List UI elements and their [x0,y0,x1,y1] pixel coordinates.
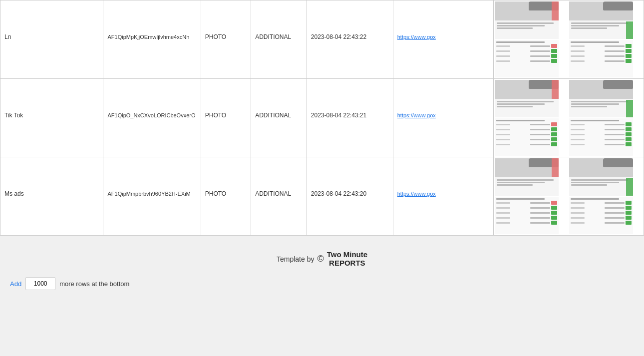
trow-val [605,139,625,140]
thumb-line [571,182,619,183]
url-tiktok[interactable]: https://www.gox [397,112,436,118]
category-tiktok: ADDITIONAL [255,112,291,119]
cell-name-msads: Ms ads [0,157,103,236]
trow-val [605,45,625,47]
cell-timestamp-msads: 2023-08-04 22:43:20 [307,157,393,236]
bar-red [552,80,559,99]
thumb-bottom-left-ln [495,40,559,77]
thumb-line [497,25,545,26]
thumb-bl-msads [495,197,559,234]
thumb-rows [496,44,557,63]
trow-bar-green [626,54,632,58]
trow-bar-green [551,221,557,225]
trow-bar-green [551,211,557,215]
data-table: Ln AF1QipMpKjjOEmwIjlvhme4xcNh PHOTO ADD… [0,0,644,236]
thumb-row [571,49,632,53]
thumb-data-msads [495,197,559,226]
thumb-line [571,106,607,107]
trow-val [530,139,550,140]
trow-val [605,55,625,57]
trow-val [605,222,625,224]
trow-bar-green [626,221,632,225]
trow-val [530,222,550,224]
thumb-br-tiktok [569,118,633,156]
thumb-table-area [495,99,559,117]
thumb-line [571,41,620,43]
thumb-line [497,106,533,107]
thumb-line [497,103,545,105]
brand-line2: REPORTS [327,259,367,268]
url-ln[interactable]: https://www.gox [397,34,436,40]
car-shape [603,158,633,167]
type-msads: PHOTO [205,190,226,197]
thumb-row [496,221,557,225]
trow-bar-green [626,211,632,215]
thumb-line [571,198,620,200]
trow-bar-red [551,201,557,205]
cell-timestamp-tiktok: 2023-08-04 22:43:21 [307,79,393,157]
thumb-car-area [495,158,559,177]
cell-url-msads[interactable]: https://www.gox [393,157,493,236]
trow-label [571,50,585,52]
thumb-line [497,22,554,24]
thumb-row [496,54,557,58]
trow-bar-green [551,54,557,58]
add-rows-section: Add more rows at the bottom [0,277,129,295]
add-rows-link[interactable]: Add [10,280,21,288]
trow-bar-green [551,137,557,141]
type-ln: PHOTO [205,33,226,40]
rows-count-input[interactable] [25,277,55,290]
thumb-br-msads [569,197,633,234]
trow-label [571,222,585,224]
thumb-row [496,132,557,136]
trow-bar-green [626,122,632,126]
trow-label [571,207,585,209]
thumb-lines [497,22,557,29]
thumb-rows [571,122,632,146]
row-name-msads: Ms ads [4,190,24,197]
trow-label [571,45,585,47]
trow-bar-green [626,201,632,205]
trow-val [605,124,625,125]
timestamp-ln: 2023-08-04 22:43:22 [311,33,366,40]
cell-type-tiktok: PHOTO [201,79,251,157]
cell-url-ln[interactable]: https://www.gox [393,0,493,79]
cell-fileid-tiktok: AF1QipO_NxCXvoLORICbeOvxerO [103,79,201,157]
brand-logo: Two Minute REPORTS [327,251,367,267]
thumb-line [497,101,554,102]
thumb-tl-msads [495,158,559,196]
thumb-top-right-ln [569,1,633,39]
file-id-ln: AF1QipMpKjjOEmwIjlvhme4xcNh [107,34,189,40]
thumb-lines [497,101,557,107]
trow-bar-green [551,142,557,146]
thumb-rows [571,44,632,63]
thumb-row [496,206,557,210]
thumb-table-area [569,20,633,39]
thumb-row [571,206,632,210]
cell-name-tiktok: Tik Tok [0,79,103,157]
cell-url-tiktok[interactable]: https://www.gox [393,79,493,157]
thumb-table-area [569,177,633,196]
trow-bar-green [626,206,632,210]
thumb-rows [571,201,632,225]
thumb-row [571,211,632,215]
thumb-tr-msads [569,158,633,196]
url-msads[interactable]: https://www.gox [397,191,436,197]
thumb-bottom-right-ln [569,40,633,77]
timestamp-tiktok: 2023-08-04 22:43:21 [311,112,366,119]
cell-category-msads: ADDITIONAL [251,157,307,236]
thumb-line [571,120,620,121]
thumb-data2-msads [569,197,633,226]
cell-category-tiktok: ADDITIONAL [251,79,307,157]
trow-label [496,202,510,204]
thumb-line [571,103,619,105]
trow-bar-green [626,142,632,146]
thumb-lines [497,179,557,186]
thumb-bl-tiktok [495,118,559,156]
thumb-row [571,44,632,48]
trow-label [496,45,510,47]
thumb-car-area [495,1,559,20]
thumb-table-area [569,99,633,117]
thumb-row [496,59,557,63]
trow-label [496,129,510,130]
